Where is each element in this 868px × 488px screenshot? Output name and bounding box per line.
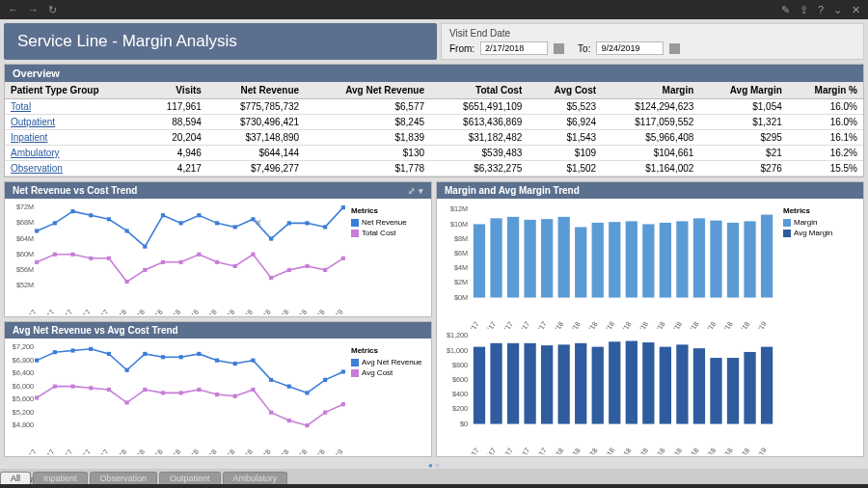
svg-rect-32 xyxy=(179,221,183,225)
table-header: Avg Net Revenue xyxy=(305,82,430,99)
patient-type-link[interactable]: Observation xyxy=(5,161,143,176)
patient-type-link[interactable]: Total xyxy=(5,99,143,115)
svg-rect-34 xyxy=(215,221,219,225)
svg-rect-195 xyxy=(575,343,586,424)
svg-text:$6,000: $6,000 xyxy=(13,382,34,391)
table-row[interactable]: Outpatient88,594$730,496,421$8,245$613,4… xyxy=(5,115,863,130)
svg-text:Jan '18: Jan '18 xyxy=(546,446,566,454)
table-header: Net Revenue xyxy=(207,82,305,99)
svg-text:$1,200: $1,200 xyxy=(447,331,468,339)
svg-text:Aug '18: Aug '18 xyxy=(664,320,684,329)
svg-rect-107 xyxy=(107,388,111,392)
svg-rect-105 xyxy=(70,385,74,389)
net-revenue-cost-chart: Net Revenue vs Cost Trend⤢ ▾ $52M$56M$60… xyxy=(4,181,432,317)
svg-rect-53 xyxy=(233,264,237,268)
patient-type-link[interactable]: Inpatient xyxy=(5,130,143,146)
svg-text:Oct '18: Oct '18 xyxy=(271,447,290,454)
svg-text:Jun '18: Jun '18 xyxy=(199,308,219,314)
edit-icon[interactable]: ✎ xyxy=(781,4,790,16)
svg-rect-37 xyxy=(269,236,273,240)
table-row[interactable]: Ambulatory4,946$644,144$130$539,483$109$… xyxy=(5,146,863,161)
svg-text:Sep '18: Sep '18 xyxy=(680,320,700,329)
svg-text:Jun '18: Jun '18 xyxy=(630,446,650,454)
svg-text:Sep '17: Sep '17 xyxy=(36,308,56,314)
svg-text:$0M: $0M xyxy=(454,293,468,302)
back-icon[interactable]: ← xyxy=(8,4,18,16)
svg-text:Aug '18: Aug '18 xyxy=(664,446,684,454)
svg-text:Jan '18: Jan '18 xyxy=(546,320,566,329)
svg-rect-98 xyxy=(269,378,273,382)
table-row[interactable]: Inpatient20,204$37,148,890$1,839$31,182,… xyxy=(5,130,863,146)
tab-inpatient[interactable]: Inpatient xyxy=(33,472,88,484)
calendar-icon[interactable] xyxy=(554,43,564,54)
legend-item[interactable]: Avg Cost xyxy=(351,368,425,377)
legend-item[interactable]: Avg Net Revenue xyxy=(351,358,425,366)
svg-rect-202 xyxy=(693,348,705,423)
svg-rect-48 xyxy=(143,268,147,272)
svg-rect-93 xyxy=(179,355,183,359)
calendar-icon[interactable] xyxy=(669,43,680,54)
svg-rect-197 xyxy=(609,341,620,423)
svg-rect-38 xyxy=(287,221,291,225)
svg-text:Jul '18: Jul '18 xyxy=(218,447,236,454)
svg-rect-87 xyxy=(70,349,74,353)
forward-icon[interactable]: → xyxy=(28,4,39,16)
svg-text:$400: $400 xyxy=(452,390,468,398)
svg-text:Feb '18: Feb '18 xyxy=(562,446,583,454)
table-header: Margin % xyxy=(788,82,863,99)
svg-rect-110 xyxy=(161,392,165,395)
table-row[interactable]: Observation4,217$7,496,277$1,778$6,332,2… xyxy=(5,161,863,176)
svg-rect-40 xyxy=(323,225,327,229)
table-row[interactable]: Total117,961$775,785,732$6,577$651,491,1… xyxy=(5,99,863,115)
svg-text:Nov '18: Nov '18 xyxy=(288,447,309,454)
overview-panel: Overview Patient Type GroupVisitsNet Rev… xyxy=(4,64,864,177)
legend-item[interactable]: Margin xyxy=(783,218,857,227)
tab-ambulatory[interactable]: Ambulatory xyxy=(223,472,288,484)
legend-item[interactable]: Avg Margin xyxy=(783,229,857,237)
svg-rect-115 xyxy=(251,388,255,392)
svg-rect-154 xyxy=(609,222,620,297)
svg-text:$60M: $60M xyxy=(16,250,34,258)
svg-rect-146 xyxy=(474,224,485,297)
svg-rect-118 xyxy=(305,423,309,427)
chart-options-icon[interactable]: ⤢ ▾ xyxy=(408,186,423,196)
svg-text:Jul '18: Jul '18 xyxy=(218,308,236,314)
share-icon[interactable]: ⇪ xyxy=(800,4,808,16)
svg-text:$6M: $6M xyxy=(454,249,468,258)
close-icon[interactable]: ✕ xyxy=(852,4,860,16)
overview-table: Patient Type GroupVisitsNet RevenueAvg N… xyxy=(5,82,863,176)
refresh-icon[interactable]: ↻ xyxy=(48,4,57,16)
margin-trend-chart: Margin and Avg Margin Trend $0M$2M$4M$6M… xyxy=(436,181,864,457)
date-from-input[interactable] xyxy=(480,41,548,55)
minimize-icon[interactable]: ⌄ xyxy=(833,4,842,16)
svg-text:Jan '18: Jan '18 xyxy=(109,447,129,454)
svg-text:$2M: $2M xyxy=(454,278,468,286)
svg-rect-56 xyxy=(287,268,291,272)
legend-close-icon[interactable]: ✕ xyxy=(255,218,262,228)
date-to-input[interactable] xyxy=(596,41,664,55)
svg-rect-102 xyxy=(341,370,345,374)
page-dots[interactable]: ● ○ xyxy=(4,461,864,470)
svg-rect-26 xyxy=(70,209,74,213)
svg-rect-157 xyxy=(660,223,671,298)
patient-type-link[interactable]: Ambulatory xyxy=(5,146,143,161)
svg-rect-96 xyxy=(233,362,237,366)
tab-outpatient[interactable]: Outpatient xyxy=(159,472,221,484)
svg-text:Aug '17: Aug '17 xyxy=(17,308,38,314)
tab-all[interactable]: All xyxy=(0,472,31,484)
legend-item[interactable]: Total Cost xyxy=(351,229,425,237)
svg-rect-199 xyxy=(642,342,654,424)
svg-text:Dec '17: Dec '17 xyxy=(90,308,110,314)
tab-observation[interactable]: Observation xyxy=(90,472,158,484)
svg-rect-101 xyxy=(323,378,327,382)
legend-item[interactable]: Net Revenue xyxy=(351,218,425,227)
dashboard-content: Service Line - Margin Analysis Visit End… xyxy=(0,19,868,469)
svg-text:$64M: $64M xyxy=(16,234,34,243)
help-icon[interactable]: ? xyxy=(818,4,824,16)
patient-type-link[interactable]: Outpatient xyxy=(5,115,143,130)
svg-text:$1,000: $1,000 xyxy=(447,345,468,354)
svg-text:Nov '18: Nov '18 xyxy=(714,320,734,329)
svg-text:$200: $200 xyxy=(452,404,468,413)
svg-text:$6,800: $6,800 xyxy=(13,356,34,365)
svg-rect-190 xyxy=(490,343,502,424)
